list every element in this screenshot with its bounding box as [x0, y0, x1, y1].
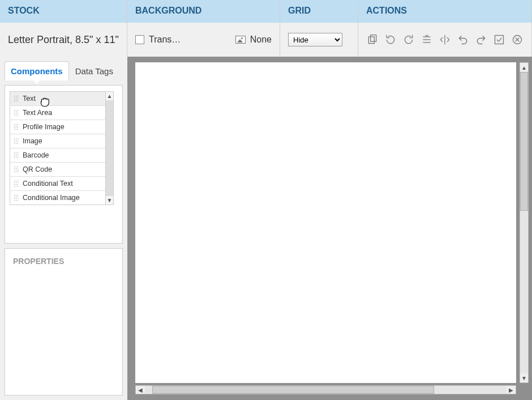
scroll-down-icon[interactable]: ▼ — [107, 196, 113, 205]
stock-value[interactable]: Letter Portrait, 8.5" x 11" — [8, 34, 119, 46]
component-item-text-area[interactable]: Text Area — [10, 106, 105, 120]
transparency-label: Trans… — [149, 35, 181, 45]
svg-rect-6 — [495, 36, 504, 44]
canvas-area: ▲ ▼ ◀ ▶ — [127, 57, 532, 400]
cancel-icon[interactable] — [511, 33, 524, 46]
grip-icon — [14, 166, 19, 173]
redo-icon[interactable] — [475, 33, 487, 46]
component-item-qr-code[interactable]: QR Code — [10, 163, 105, 177]
component-item-barcode[interactable]: Barcode — [10, 148, 105, 163]
component-label: Image — [23, 137, 42, 145]
background-header: BACKGROUND — [127, 0, 280, 23]
grip-icon — [14, 95, 19, 102]
grip-icon — [14, 124, 19, 130]
actions-header: ACTIONS — [358, 0, 531, 23]
scroll-left-icon[interactable]: ◀ — [136, 386, 145, 394]
svg-rect-0 — [368, 37, 374, 44]
background-image-label: None — [250, 35, 272, 45]
component-label: Conditional Image — [23, 194, 80, 202]
component-item-text[interactable]: Text — [10, 92, 105, 106]
component-label: Text — [23, 95, 36, 103]
section-background: BACKGROUND Trans… None — [127, 0, 280, 57]
svg-rect-1 — [371, 35, 376, 42]
vertical-scrollbar[interactable]: ▲ ▼ — [520, 62, 529, 383]
stock-header: STOCK — [0, 0, 127, 23]
scroll-track[interactable] — [106, 100, 113, 196]
components-panel: Text Text Area Profile Image Image Barco… — [5, 85, 123, 244]
scroll-thumb[interactable] — [152, 386, 434, 394]
image-icon — [235, 36, 246, 44]
background-image-picker[interactable]: None — [235, 35, 272, 45]
scroll-thumb[interactable] — [520, 72, 528, 211]
grip-icon — [14, 109, 19, 116]
grid-header: GRID — [280, 0, 358, 23]
grip-icon — [14, 180, 19, 187]
checkbox-icon — [135, 35, 144, 44]
grip-icon — [14, 152, 19, 159]
section-stock: STOCK Letter Portrait, 8.5" x 11" — [0, 0, 127, 57]
rotate-left-icon[interactable] — [384, 33, 397, 46]
horizontal-scrollbar[interactable]: ◀ ▶ — [135, 385, 516, 394]
properties-header: PROPERTIES — [13, 257, 114, 266]
tab-components[interactable]: Components — [5, 61, 69, 80]
properties-panel: PROPERTIES — [5, 248, 123, 395]
components-list: Text Text Area Profile Image Image Barco… — [10, 91, 106, 205]
sidebar: Components Data Tags Text Text Area Prof… — [0, 57, 127, 400]
components-scrollbar[interactable]: ▲ ▼ — [106, 91, 114, 205]
grip-icon — [14, 194, 19, 201]
align-icon[interactable] — [421, 33, 433, 46]
undo-icon[interactable] — [457, 33, 469, 46]
main: Components Data Tags Text Text Area Prof… — [0, 57, 532, 400]
component-label: Barcode — [23, 151, 49, 159]
component-item-image[interactable]: Image — [10, 134, 105, 148]
rotate-right-icon[interactable] — [402, 33, 415, 46]
scroll-right-icon[interactable]: ▶ — [507, 386, 516, 394]
grip-icon — [14, 138, 19, 144]
component-item-conditional-text[interactable]: Conditional Text — [10, 177, 105, 191]
scroll-up-icon[interactable]: ▲ — [520, 63, 528, 72]
confirm-icon[interactable] — [493, 33, 505, 46]
component-label: Text Area — [23, 109, 52, 117]
component-label: Conditional Text — [23, 180, 73, 188]
copy-icon[interactable] — [366, 33, 379, 46]
transparency-toggle[interactable]: Trans… — [135, 35, 181, 45]
sidebar-tabs: Components Data Tags — [5, 61, 123, 80]
flip-icon[interactable] — [439, 33, 451, 46]
component-label: Profile Image — [23, 123, 65, 131]
canvas-page[interactable] — [135, 62, 516, 383]
grid-select[interactable]: Hide — [288, 33, 342, 46]
component-item-conditional-image[interactable]: Conditional Image — [10, 191, 105, 205]
section-grid: GRID Hide — [280, 0, 358, 57]
scroll-down-icon[interactable]: ▼ — [520, 373, 528, 382]
tab-data-tags[interactable]: Data Tags — [69, 61, 119, 80]
scroll-up-icon[interactable]: ▲ — [107, 92, 113, 100]
topbar: STOCK Letter Portrait, 8.5" x 11" BACKGR… — [0, 0, 532, 57]
section-actions: ACTIONS — [358, 0, 532, 57]
component-item-profile-image[interactable]: Profile Image — [10, 120, 105, 134]
component-label: QR Code — [23, 165, 52, 173]
